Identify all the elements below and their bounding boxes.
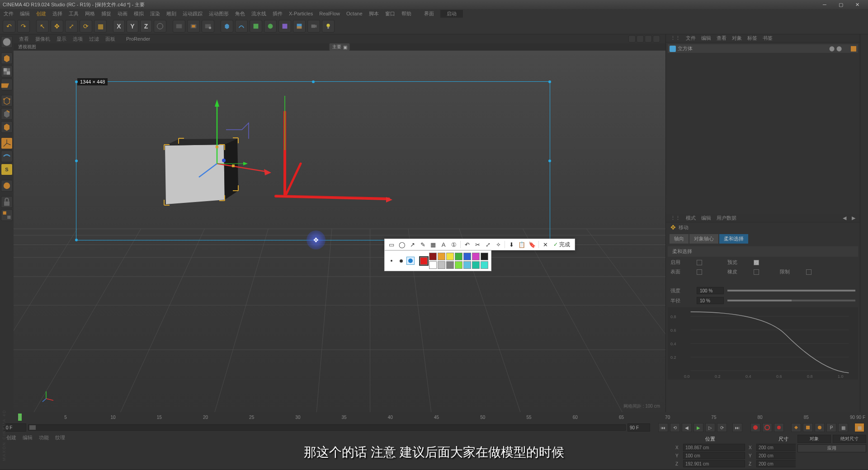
key-rot[interactable] [815, 423, 825, 432]
key-all[interactable]: ▦ [854, 423, 864, 432]
spline-tool[interactable] [235, 20, 248, 33]
menu-render[interactable]: 渲染 [150, 10, 160, 17]
key-pla[interactable]: ▦ [838, 423, 848, 432]
menu-mesh[interactable]: 网格 [85, 10, 95, 17]
make-editable[interactable] [1, 36, 13, 48]
scale-tool[interactable]: ⤢ [65, 20, 78, 33]
layout-dropdown[interactable]: 启动 [440, 10, 463, 18]
step-back[interactable]: ⟲ [670, 423, 680, 432]
grip-icon[interactable]: ⋮⋮ [670, 35, 680, 41]
menu-animate[interactable]: 动画 [118, 10, 127, 17]
menu-edit[interactable]: 编辑 [20, 10, 30, 17]
anno-pin[interactable]: ✧ [494, 240, 502, 249]
tab-soft-select[interactable]: 柔和选择 [719, 234, 748, 244]
vp-camera[interactable]: 摄像机 [35, 36, 50, 42]
snap-toggle[interactable]: S [1, 164, 13, 175]
timeline[interactable]: 05101520253035404550556065707580859090 F [0, 412, 868, 422]
anno-download[interactable]: ⬇ [507, 240, 515, 249]
anno-mosaic[interactable]: ▦ [429, 240, 437, 249]
limit-checkbox[interactable] [806, 269, 811, 275]
attr-nav-back[interactable]: ◀ [843, 215, 846, 221]
autokey-button[interactable] [762, 423, 772, 432]
redo-button[interactable]: ↷ [17, 20, 30, 33]
pos-z[interactable] [683, 460, 745, 467]
axis-mode[interactable] [1, 137, 13, 149]
mat-create[interactable]: 创建 [6, 434, 16, 441]
anno-expand[interactable]: ⤢ [484, 240, 492, 249]
surface-checkbox[interactable] [697, 269, 702, 275]
obj-menu-view[interactable]: 查看 [717, 35, 726, 42]
color-teal[interactable] [472, 261, 480, 269]
obj-menu-bookmarks[interactable]: 书签 [763, 35, 773, 42]
menu-track[interactable]: 运动跟踪 [183, 10, 203, 17]
obj-menu-file[interactable]: 文件 [686, 35, 696, 42]
play-button[interactable]: ▶ [693, 423, 703, 432]
anno-scissors[interactable]: ✂ [473, 240, 481, 249]
menu-pipeline[interactable]: 流水线 [251, 10, 266, 17]
enable-checkbox[interactable] [697, 260, 702, 265]
menu-create[interactable]: 创建 [36, 10, 46, 17]
coord-mode-abs[interactable]: 绝对尺寸 [833, 435, 866, 443]
render-settings[interactable] [202, 20, 214, 33]
menu-tools[interactable]: 工具 [69, 10, 79, 17]
vp-nav-2[interactable] [637, 35, 644, 42]
vp-panel[interactable]: 面板 [105, 36, 115, 42]
strength-slider[interactable] [727, 290, 855, 291]
size-med[interactable] [397, 257, 405, 265]
color-black[interactable] [481, 253, 488, 260]
vp-prorender[interactable]: ProRender [126, 36, 150, 42]
scrub-bar[interactable] [28, 424, 626, 431]
menu-octane[interactable]: Octane [346, 11, 362, 16]
workplane-mode[interactable] [1, 79, 13, 90]
radius-input[interactable] [697, 297, 724, 304]
menu-file[interactable]: 文件 [4, 10, 14, 17]
frame-end[interactable]: 90 F [627, 423, 650, 432]
tree-item-cube[interactable]: 立方体 ⬤ ⬤ [668, 44, 858, 53]
rubber-checkbox[interactable] [754, 269, 759, 275]
anno-copy[interactable]: 📋 [518, 240, 526, 249]
edge-mode[interactable] [1, 108, 13, 120]
step-forward[interactable]: ⟳ [717, 423, 727, 432]
color-lime[interactable] [455, 261, 462, 269]
viewport-3d[interactable]: 1344 × 448 [14, 51, 665, 412]
menu-simulate[interactable]: 模拟 [134, 10, 144, 17]
color-sky[interactable] [463, 261, 471, 269]
anno-done[interactable]: ✓完成 [552, 241, 572, 249]
maximize-button[interactable]: ▢ [833, 0, 849, 9]
menu-character[interactable]: 角色 [235, 10, 245, 17]
primitive-cube[interactable] [221, 20, 233, 33]
generator2-tool[interactable] [264, 20, 277, 33]
select-tool[interactable]: ↖ [36, 20, 49, 33]
tab-axis[interactable]: 轴向 [670, 234, 689, 244]
prev-frame[interactable]: ◀ [682, 423, 692, 432]
color-blue[interactable] [463, 253, 471, 260]
color-yellow[interactable] [446, 253, 454, 260]
tag-icon[interactable] [851, 46, 856, 52]
strength-input[interactable] [697, 287, 724, 294]
anno-undo[interactable]: ↶ [463, 240, 471, 249]
anno-number[interactable]: ① [450, 240, 458, 249]
vp-filter[interactable]: 过滤 [89, 36, 99, 42]
rotate-tool[interactable]: ⟳ [80, 20, 92, 33]
size-large[interactable] [406, 257, 415, 265]
axis-x-toggle[interactable]: X [113, 20, 125, 33]
record-button[interactable] [750, 423, 760, 432]
falloff-graph[interactable]: 0.8 0.6 0.4 0.2 0.0 0.2 0.4 0.6 0.8 1.0 [668, 307, 858, 380]
mat-texture[interactable]: 纹理 [55, 434, 65, 441]
attr-menu-userdata[interactable]: 用户数据 [717, 215, 736, 221]
vp-display[interactable]: 显示 [57, 36, 66, 42]
color-red[interactable] [420, 257, 428, 265]
obj-menu-edit[interactable]: 编辑 [701, 35, 711, 42]
axis-y-toggle[interactable]: Y [127, 20, 138, 33]
vis-editor-icon[interactable]: ⬤ [829, 46, 835, 52]
key-scale[interactable] [803, 423, 813, 432]
color-cyan[interactable] [481, 261, 488, 269]
point-mode[interactable] [1, 95, 13, 107]
menu-window[interactable]: 窗口 [385, 10, 395, 17]
menu-help[interactable]: 帮助 [401, 10, 411, 17]
obj-menu-tags[interactable]: 标签 [747, 35, 757, 42]
grip-icon[interactable]: ⋮⋮ [670, 215, 680, 221]
anno-cancel[interactable]: ✕ [541, 240, 549, 249]
menu-mograph[interactable]: 运动图形 [209, 10, 229, 17]
undo-button[interactable]: ↶ [3, 20, 15, 33]
